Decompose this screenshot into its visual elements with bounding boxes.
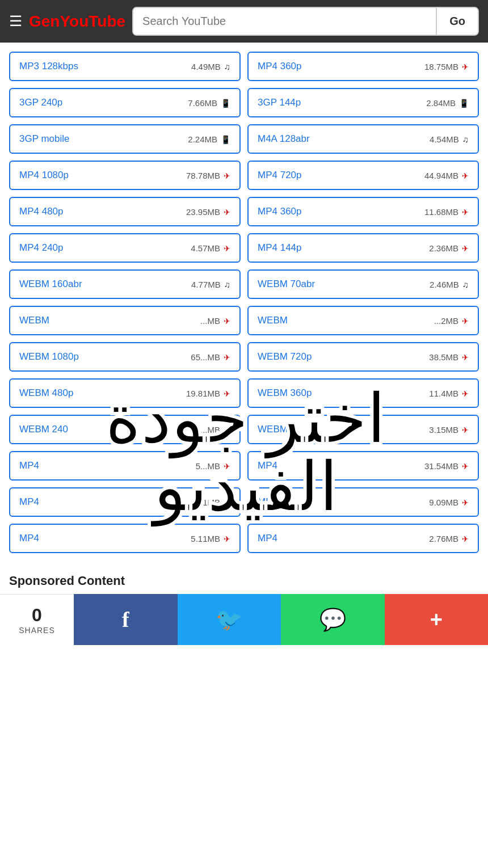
nowifi-icon <box>462 207 469 217</box>
download-meta: 4.77MB <box>191 280 230 289</box>
download-meta: 4.57MB <box>191 243 230 253</box>
download-button[interactable]: 3GP mobile 2.24MB <box>9 124 241 154</box>
download-size: 16...MB <box>191 425 220 435</box>
download-button[interactable]: MP3 128kbps 4.49MB <box>9 52 241 81</box>
download-button[interactable]: M4A 128abr 4.54MB <box>247 124 479 154</box>
download-label: WEBM 720p <box>258 351 312 363</box>
search-input[interactable] <box>133 8 436 35</box>
nowifi-icon <box>224 352 230 362</box>
nowifi-icon <box>224 425 230 435</box>
twitter-button[interactable]: 🐦 <box>178 594 281 645</box>
download-size: 2.36MB <box>429 243 458 253</box>
download-label: WEBM 480p <box>19 387 73 399</box>
nowifi-icon <box>462 171 469 180</box>
download-button[interactable]: WEBM 240 16...MB <box>9 415 241 444</box>
download-meta: 65...MB <box>191 352 230 362</box>
nowifi-icon <box>462 425 469 435</box>
download-meta: 16...MB <box>191 425 230 435</box>
download-meta: 11.4MB <box>429 389 469 398</box>
menu-icon[interactable]: ☰ <box>9 12 22 30</box>
download-meta: 38.5MB <box>429 352 469 362</box>
download-button[interactable]: WEBM 360p 11.4MB <box>247 378 479 408</box>
download-button[interactable]: 3GP 240p 7.66MB <box>9 88 241 117</box>
download-meta: ...2MB <box>434 316 469 326</box>
download-button[interactable]: WEBM 160abr 4.77MB <box>9 269 241 299</box>
download-button[interactable]: WEBM 3.15MB <box>247 415 479 444</box>
go-button[interactable]: Go <box>436 8 478 35</box>
download-label: MP4 720p <box>258 170 302 181</box>
phone-icon <box>221 98 230 108</box>
shares-section: 0 SHARES <box>0 594 74 645</box>
download-size: 78.78MB <box>186 171 220 180</box>
download-size: 4.54MB <box>430 134 459 144</box>
music-icon <box>224 62 230 71</box>
download-size: 2.84MB <box>426 98 456 108</box>
download-label: M4A 128abr <box>258 133 310 145</box>
download-button[interactable]: WEBM 720p 38.5MB <box>247 342 479 372</box>
download-label: MP4 240p <box>19 242 64 254</box>
download-button[interactable]: MP4 240p 4.57MB <box>9 233 241 263</box>
download-button[interactable]: MP4 5.11MB <box>9 524 241 553</box>
download-meta: 19.81MB <box>186 389 230 398</box>
download-meta: 16.1MB <box>191 498 230 507</box>
download-button[interactable]: MP4 2.76MB <box>247 524 479 553</box>
nowifi-icon <box>462 316 469 326</box>
download-label: WEBM <box>258 315 288 326</box>
download-grid: MP3 128kbps 4.49MB MP4 360p 18.75MB 3GP … <box>0 43 488 562</box>
logo-highlight: YouTube <box>60 12 125 30</box>
download-label: MP4 480p <box>19 206 64 217</box>
download-button[interactable]: MP4 144p 2.36MB <box>247 233 479 263</box>
download-button[interactable]: 3GP 144p 2.84MB <box>247 88 479 117</box>
download-size: ...MB <box>200 316 220 326</box>
download-label: MP4 <box>258 533 277 544</box>
download-meta: 78.78MB <box>186 171 230 180</box>
logo-prefix: Gen <box>29 12 60 30</box>
nowifi-icon <box>224 389 230 398</box>
download-button[interactable]: MP4 720p 44.94MB <box>247 161 479 190</box>
facebook-button[interactable]: f <box>74 594 178 645</box>
more-button[interactable]: + <box>385 594 489 645</box>
download-meta: 5...MB <box>196 461 230 471</box>
download-button[interactable]: MP4 1080p 78.78MB <box>9 161 241 190</box>
download-size: 11.4MB <box>429 389 458 398</box>
download-label: MP4 <box>258 460 277 471</box>
download-meta: 5.11MB <box>191 534 230 543</box>
download-button[interactable]: WEBM 1080p 65...MB <box>9 342 241 372</box>
nowifi-icon <box>462 352 469 362</box>
nowifi-icon <box>224 207 230 217</box>
music-icon <box>224 280 230 289</box>
download-button[interactable]: WEBM ...2MB <box>247 306 479 335</box>
download-size: 18.75MB <box>424 62 458 71</box>
download-size: 65...MB <box>191 352 220 362</box>
phone-icon <box>459 98 469 108</box>
whatsapp-button[interactable]: 💬 <box>281 594 385 645</box>
download-label: MP4 360p <box>258 206 302 217</box>
download-size: 9.09MB <box>429 498 458 507</box>
nowifi-icon <box>462 243 469 253</box>
music-icon <box>462 280 469 289</box>
download-button[interactable]: WEBM 480p 19.81MB <box>9 378 241 408</box>
download-button[interactable]: WEBM ...MB <box>9 306 241 335</box>
download-size: 4.77MB <box>191 280 221 289</box>
download-meta: 2.46MB <box>430 280 469 289</box>
download-button[interactable]: MP4 16.1MB <box>9 487 241 517</box>
download-label: 3GP mobile <box>19 133 70 145</box>
download-meta: 9.09MB <box>429 498 469 507</box>
download-button[interactable]: MP4 480p 23.95MB <box>9 197 241 226</box>
download-label: MP4 <box>19 460 39 471</box>
download-label: 3GP 144p <box>258 97 301 108</box>
download-meta: 7.66MB <box>188 98 230 108</box>
download-label: MP4 360p <box>258 61 302 72</box>
download-button[interactable]: MP4 360p 18.75MB <box>247 52 479 81</box>
shares-label: SHARES <box>19 626 55 635</box>
logo: GenYouTube <box>29 12 125 31</box>
download-size: 19.81MB <box>186 389 220 398</box>
download-meta: 44.94MB <box>424 171 469 180</box>
download-button[interactable]: MP4 31.54MB <box>247 451 479 481</box>
download-button[interactable]: WEBM 70abr 2.46MB <box>247 269 479 299</box>
download-button[interactable]: MP4 360p 11.68MB <box>247 197 479 226</box>
download-button[interactable]: MP4 9.09MB <box>247 487 479 517</box>
download-size: 11.68MB <box>424 207 458 217</box>
download-label: WEBM 1080p <box>19 351 79 363</box>
download-button[interactable]: MP4 5...MB <box>9 451 241 481</box>
